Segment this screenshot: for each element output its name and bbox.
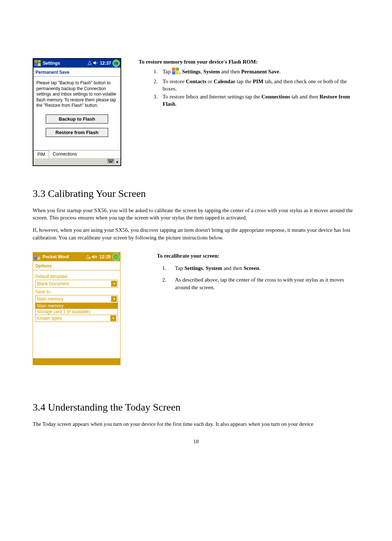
section-3-4-p1: The Today screen appears when you turn o… — [33, 420, 359, 428]
ppc2-titlebar: Pocket Word x 12:29 ok — [33, 253, 120, 261]
ppc-title: Settings — [41, 61, 87, 66]
svg-rect-8 — [111, 160, 112, 160]
ppc2-subheader: Options — [33, 261, 120, 270]
svg-rect-22 — [34, 257, 37, 260]
svg-rect-6 — [109, 160, 110, 160]
svg-rect-14 — [113, 161, 113, 161]
svg-rect-10 — [108, 161, 109, 161]
svg-rect-15 — [109, 162, 113, 162]
svg-rect-5 — [108, 160, 109, 160]
ppc-input-panel-bar: ▲ — [33, 158, 121, 165]
ppc-titlebar: Settings 12:37 ok — [33, 59, 121, 68]
combo-default-template[interactable]: Blank Document ▾ — [35, 280, 118, 288]
restore-step-3: To restore Inbox and Internet settings t… — [159, 93, 359, 108]
restore-heading: To restore memory from your device's Fla… — [139, 58, 359, 65]
svg-rect-3 — [38, 63, 41, 66]
combo-save-to[interactable]: Main memory ▾ — [35, 295, 118, 303]
start-flag-icon — [34, 254, 41, 260]
recal-step-1: Tap Settings, System and then Screen. — [168, 265, 359, 272]
svg-rect-18 — [172, 71, 175, 74]
ppc2-bottom-bar — [33, 358, 120, 365]
combo-save-to-value: Main memory — [37, 296, 64, 302]
svg-rect-2 — [34, 63, 37, 66]
svg-rect-19 — [176, 71, 179, 74]
signal-x-icon: x — [86, 255, 91, 259]
start-flag-icon — [172, 68, 179, 77]
ppc-subheader: Permanent Save — [33, 68, 121, 77]
svg-rect-12 — [110, 161, 111, 161]
svg-rect-17 — [176, 68, 179, 71]
restore-instructions: To restore memory from your device's Fla… — [143, 58, 359, 109]
section-3-3-heading: 3.3 Calibrating Your Screen — [33, 188, 359, 199]
svg-rect-7 — [110, 160, 111, 160]
recal-step-2: As described above, tap the center of th… — [168, 276, 359, 291]
keyboard-icon[interactable] — [107, 159, 114, 164]
page-number: 18 — [33, 439, 359, 445]
chevron-down-icon: ▾ — [111, 281, 117, 287]
dropdown-option-main-memory[interactable]: Main memory — [36, 303, 118, 309]
svg-rect-21 — [37, 254, 40, 257]
restore-step-2: To restore Contacts or Calendar tap the … — [159, 78, 359, 93]
label-default-template: Default template: — [35, 274, 118, 279]
speaker-mute-icon — [91, 255, 98, 259]
combo-template-value: Blank Document — [37, 281, 69, 286]
svg-rect-9 — [113, 160, 113, 160]
svg-rect-1 — [38, 60, 41, 63]
speaker-icon — [93, 61, 98, 66]
start-flag-icon — [34, 60, 41, 67]
ppc-clock: 12:37 — [98, 61, 113, 66]
label-save-to: Save to: — [35, 289, 118, 294]
section-3-3-p1: When you first startup your SX56, you wi… — [33, 207, 359, 222]
ok-button[interactable]: ok — [113, 60, 120, 67]
svg-rect-16 — [172, 68, 175, 71]
ok-button[interactable]: ok — [112, 253, 119, 261]
restore-step-1: Tap , Settings, System and then Permanen… — [159, 68, 359, 77]
save-to-dropdown-list: Main memory Storage card 1 (if available… — [35, 303, 118, 322]
section-3-3-p2: If, however, when you are using your SX5… — [33, 226, 359, 241]
screenshot-permanent-save: Settings 12:37 ok Permanent Save Please … — [33, 58, 121, 166]
svg-rect-20 — [34, 254, 37, 257]
section-3-4-heading: 3.4 Understanding the Today Screen — [33, 401, 359, 413]
ppc-body-text: Please tap "Backup to Flash" button to p… — [33, 77, 121, 112]
dropdown-option-known-types[interactable]: Known types ▾ — [36, 315, 118, 322]
recalibrate-instructions: To recalibrate your screen: Tap Settings… — [142, 252, 359, 295]
svg-rect-0 — [34, 60, 37, 63]
tab-connections[interactable]: Connections — [49, 150, 81, 158]
svg-rect-23 — [37, 257, 40, 260]
ppc-tabs: PIM Connections — [33, 150, 121, 158]
restore-from-flash-button[interactable]: Restore from Flash — [46, 128, 108, 137]
screenshot-pocket-word-options: Pocket Word x 12:29 ok Options Default t… — [33, 252, 121, 365]
backup-to-flash-button[interactable]: Backup to Flash — [46, 114, 108, 124]
signal-icon — [87, 61, 93, 66]
dropdown-option-storage-card[interactable]: Storage card 1 (if available) — [36, 309, 118, 315]
recalibrate-heading: To recalibrate your screen: — [142, 252, 359, 259]
chevron-down-icon: ▾ — [111, 296, 117, 302]
svg-rect-13 — [111, 161, 112, 161]
ppc2-clock: 12:29 — [98, 254, 112, 259]
svg-rect-11 — [109, 161, 110, 161]
sip-up-icon[interactable]: ▲ — [115, 160, 119, 163]
tab-pim[interactable]: PIM — [33, 150, 49, 158]
chevron-down-icon: ▾ — [110, 315, 116, 321]
ppc2-title: Pocket Word — [41, 254, 86, 259]
